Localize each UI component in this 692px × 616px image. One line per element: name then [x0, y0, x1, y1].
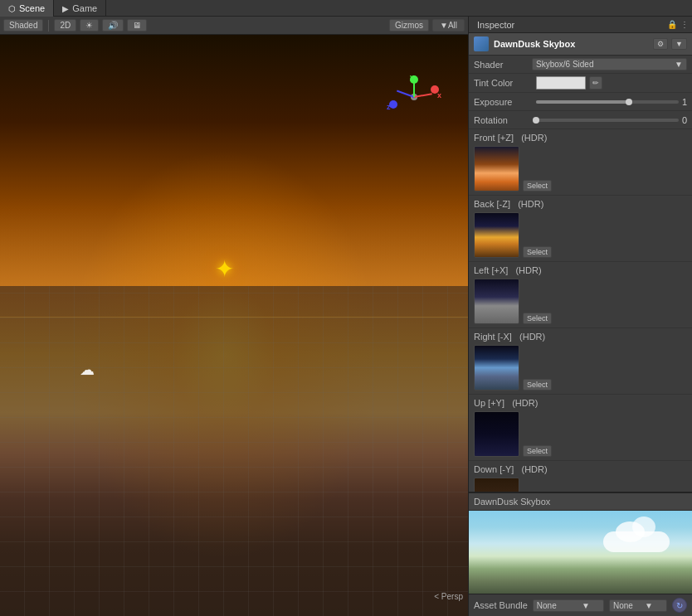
audio-button[interactable]: 🔊 [102, 19, 124, 32]
scene-tab-label: Scene [19, 3, 45, 13]
back-texture-slot: Select [474, 212, 687, 258]
up-texture-row: Up [+Y] (HDR) Select [469, 395, 692, 461]
left-texture-slot: Select [474, 279, 687, 324]
left-select-button[interactable]: Select [523, 313, 552, 324]
lock-icon[interactable]: 🔒 [667, 20, 677, 29]
back-select-button[interactable]: Select [523, 246, 552, 258]
main-area: Shaded 2D ☀ 🔊 🖥 Gizmos ▼All ✦ ☁ [0, 17, 692, 616]
variant-value: None [613, 601, 633, 610]
up-select-button[interactable]: Select [523, 445, 552, 457]
shader-row: Shader Skybox/6 Sided ▼ [469, 56, 692, 74]
inspector-content[interactable]: DawnDusk Skybox ⚙ ▼ Shader Skybox/6 Side… [469, 33, 692, 492]
component-title: DawnDusk Skybox [494, 39, 648, 49]
component-settings-button[interactable]: ⚙ [653, 38, 668, 50]
skybox-preview-header: DawnDusk Skybox [469, 493, 692, 511]
back-texture-thumb[interactable] [474, 212, 519, 258]
component-more-button[interactable]: ▼ [671, 38, 687, 50]
scene-tab[interactable]: ⬡ Scene [0, 0, 54, 17]
variant-arrow: ▼ [645, 601, 653, 610]
sun-button[interactable]: ☀ [80, 19, 99, 32]
refresh-button[interactable]: ↻ [672, 598, 687, 613]
right-texture-thumb[interactable] [474, 345, 519, 390]
back-label-row: Back [-Z] (HDR) [474, 199, 687, 209]
front-label-row: Front [+Z] (HDR) [474, 133, 687, 143]
front-texture-row: Front [+Z] (HDR) Select [469, 129, 692, 196]
rotation-slider-track[interactable] [536, 119, 679, 122]
skybox-preview-section: DawnDusk Skybox [469, 492, 692, 594]
down-label: Down [-Y] (HDR) [474, 464, 687, 474]
component-header: DawnDusk Skybox ⚙ ▼ [469, 33, 692, 56]
up-label-row: Up [+Y] (HDR) [474, 398, 687, 408]
rotation-slider-container [536, 119, 679, 122]
exposure-slider-track[interactable] [536, 100, 679, 104]
main-tab-bar: ⬡ Scene ▶ Game [0, 0, 692, 17]
up-texture-slot: Select [474, 411, 687, 457]
right-texture-slot: Select [474, 345, 687, 390]
left-label-row: Left [+X] (HDR) [474, 265, 687, 275]
asset-bundle-arrow: ▼ [582, 601, 590, 610]
horizon-line [0, 317, 468, 318]
game-tab[interactable]: ▶ Game [54, 0, 106, 17]
left-texture-row: Left [+X] (HDR) Select [469, 262, 692, 328]
left-texture-thumb[interactable] [474, 279, 519, 324]
display-button[interactable]: 🖥 [127, 19, 147, 32]
exposure-slider-fill [536, 100, 629, 104]
asset-bundle-dropdown[interactable]: None ▼ [533, 599, 604, 612]
exposure-slider-thumb[interactable] [626, 99, 632, 105]
right-label-text: Right [-X] [474, 332, 512, 342]
game-icon: ▶ [62, 4, 69, 13]
inspector-tab-label: Inspector [472, 20, 519, 30]
right-label: Right [-X] (HDR) [474, 332, 687, 342]
gizmos-button[interactable]: Gizmos [389, 19, 429, 32]
skybox-preview-label: DawnDusk Skybox [474, 497, 687, 507]
inspector-panel: Inspector 🔒 ⋮ DawnDusk Skybox ⚙ ▼ Shader [468, 17, 692, 616]
up-texture-thumb[interactable] [474, 411, 519, 457]
2d-button[interactable]: 2D [54, 19, 76, 32]
shader-dropdown-arrow: ▼ [675, 60, 683, 69]
shader-value: Skybox/6 Sided [536, 60, 594, 69]
component-icon [474, 36, 489, 51]
up-hdr: (HDR) [512, 398, 538, 408]
game-tab-label: Game [72, 3, 97, 13]
asset-bundle-label: Asset Bundle [474, 600, 528, 610]
scene-toolbar: Shaded 2D ☀ 🔊 🖥 Gizmos ▼All [0, 17, 468, 35]
shader-dropdown[interactable]: Skybox/6 Sided ▼ [532, 58, 687, 70]
exposure-row: Exposure 1 [469, 93, 692, 111]
separator-1 [48, 20, 49, 32]
down-hdr: (HDR) [521, 464, 547, 474]
shader-label: Shader [474, 60, 532, 70]
rotation-label: Rotation [474, 115, 536, 125]
menu-icon[interactable]: ⋮ [680, 20, 689, 29]
down-label-row: Down [-Y] (HDR) [474, 464, 687, 474]
scene-viewport[interactable]: Shaded 2D ☀ 🔊 🖥 Gizmos ▼All ✦ ☁ [0, 17, 468, 616]
refresh-icon: ↻ [676, 601, 683, 610]
front-label-text: Front [+Z] [474, 133, 514, 143]
inspector-tab-bar: Inspector 🔒 ⋮ [469, 17, 692, 33]
component-actions: ⚙ ▼ [653, 38, 687, 50]
back-label: Back [-Z] (HDR) [474, 199, 687, 209]
front-texture-slot: Select [474, 146, 687, 192]
down-texture-slot: Select [474, 478, 687, 492]
front-label: Front [+Z] (HDR) [474, 133, 687, 143]
back-label-text: Back [-Z] [474, 199, 510, 209]
exposure-label: Exposure [474, 97, 536, 107]
tint-color-swatch[interactable] [536, 76, 586, 90]
front-select-button[interactable]: Select [523, 180, 552, 192]
exposure-slider-container [536, 100, 679, 104]
front-texture-thumb[interactable] [474, 146, 519, 192]
back-texture-row: Back [-Z] (HDR) Select [469, 196, 692, 262]
rotation-slider-thumb[interactable] [533, 117, 539, 124]
right-select-button[interactable]: Select [523, 379, 552, 390]
back-hdr: (HDR) [518, 199, 543, 209]
front-hdr: (HDR) [521, 133, 547, 143]
asset-bundle-row: Asset Bundle None ▼ None ▼ ↻ [469, 594, 692, 616]
down-label-text: Down [-Y] [474, 464, 514, 474]
asset-bundle-variant[interactable]: None ▼ [609, 599, 667, 612]
eyedropper-button[interactable]: ✏ [589, 76, 602, 90]
tint-color-row: Tint Color ✏ [469, 74, 692, 93]
left-hdr: (HDR) [515, 265, 541, 275]
all-button[interactable]: ▼All [432, 19, 465, 32]
down-texture-row: Down [-Y] (HDR) Select [469, 461, 692, 492]
shaded-button[interactable]: Shaded [3, 19, 43, 32]
down-texture-thumb[interactable] [474, 478, 519, 492]
